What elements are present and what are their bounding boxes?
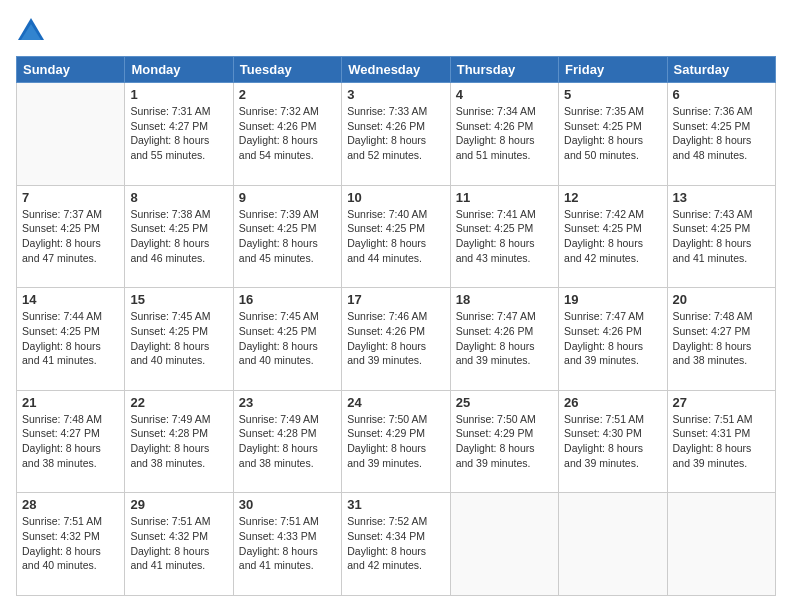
day-number: 17: [347, 292, 444, 307]
day-cell: 27Sunrise: 7:51 AMSunset: 4:31 PMDayligh…: [667, 390, 775, 493]
week-row-0: 1Sunrise: 7:31 AMSunset: 4:27 PMDaylight…: [17, 83, 776, 186]
day-header-friday: Friday: [559, 57, 667, 83]
day-cell: 13Sunrise: 7:43 AMSunset: 4:25 PMDayligh…: [667, 185, 775, 288]
day-info: Sunrise: 7:43 AMSunset: 4:25 PMDaylight:…: [673, 207, 770, 266]
day-cell: 28Sunrise: 7:51 AMSunset: 4:32 PMDayligh…: [17, 493, 125, 596]
day-info: Sunrise: 7:35 AMSunset: 4:25 PMDaylight:…: [564, 104, 661, 163]
day-cell: 26Sunrise: 7:51 AMSunset: 4:30 PMDayligh…: [559, 390, 667, 493]
day-info: Sunrise: 7:46 AMSunset: 4:26 PMDaylight:…: [347, 309, 444, 368]
day-number: 6: [673, 87, 770, 102]
day-cell: [17, 83, 125, 186]
day-info: Sunrise: 7:31 AMSunset: 4:27 PMDaylight:…: [130, 104, 227, 163]
page: SundayMondayTuesdayWednesdayThursdayFrid…: [0, 0, 792, 612]
day-info: Sunrise: 7:49 AMSunset: 4:28 PMDaylight:…: [239, 412, 336, 471]
day-cell: 1Sunrise: 7:31 AMSunset: 4:27 PMDaylight…: [125, 83, 233, 186]
day-cell: 7Sunrise: 7:37 AMSunset: 4:25 PMDaylight…: [17, 185, 125, 288]
day-number: 7: [22, 190, 119, 205]
day-number: 31: [347, 497, 444, 512]
day-cell: 22Sunrise: 7:49 AMSunset: 4:28 PMDayligh…: [125, 390, 233, 493]
day-number: 11: [456, 190, 553, 205]
day-cell: [667, 493, 775, 596]
day-number: 13: [673, 190, 770, 205]
day-cell: 21Sunrise: 7:48 AMSunset: 4:27 PMDayligh…: [17, 390, 125, 493]
day-info: Sunrise: 7:45 AMSunset: 4:25 PMDaylight:…: [130, 309, 227, 368]
day-cell: 3Sunrise: 7:33 AMSunset: 4:26 PMDaylight…: [342, 83, 450, 186]
day-info: Sunrise: 7:38 AMSunset: 4:25 PMDaylight:…: [130, 207, 227, 266]
day-cell: [450, 493, 558, 596]
day-header-saturday: Saturday: [667, 57, 775, 83]
day-number: 4: [456, 87, 553, 102]
day-info: Sunrise: 7:51 AMSunset: 4:31 PMDaylight:…: [673, 412, 770, 471]
day-number: 2: [239, 87, 336, 102]
day-number: 20: [673, 292, 770, 307]
day-number: 25: [456, 395, 553, 410]
day-number: 18: [456, 292, 553, 307]
day-info: Sunrise: 7:47 AMSunset: 4:26 PMDaylight:…: [564, 309, 661, 368]
day-number: 24: [347, 395, 444, 410]
day-info: Sunrise: 7:44 AMSunset: 4:25 PMDaylight:…: [22, 309, 119, 368]
day-number: 1: [130, 87, 227, 102]
day-info: Sunrise: 7:50 AMSunset: 4:29 PMDaylight:…: [456, 412, 553, 471]
day-cell: 9Sunrise: 7:39 AMSunset: 4:25 PMDaylight…: [233, 185, 341, 288]
day-number: 26: [564, 395, 661, 410]
day-cell: 8Sunrise: 7:38 AMSunset: 4:25 PMDaylight…: [125, 185, 233, 288]
day-number: 30: [239, 497, 336, 512]
day-info: Sunrise: 7:40 AMSunset: 4:25 PMDaylight:…: [347, 207, 444, 266]
logo: [16, 16, 48, 46]
day-cell: 18Sunrise: 7:47 AMSunset: 4:26 PMDayligh…: [450, 288, 558, 391]
day-number: 12: [564, 190, 661, 205]
day-cell: [559, 493, 667, 596]
day-number: 5: [564, 87, 661, 102]
day-info: Sunrise: 7:39 AMSunset: 4:25 PMDaylight:…: [239, 207, 336, 266]
week-row-2: 14Sunrise: 7:44 AMSunset: 4:25 PMDayligh…: [17, 288, 776, 391]
day-cell: 5Sunrise: 7:35 AMSunset: 4:25 PMDaylight…: [559, 83, 667, 186]
logo-wrapper: [16, 16, 48, 46]
day-cell: 15Sunrise: 7:45 AMSunset: 4:25 PMDayligh…: [125, 288, 233, 391]
day-cell: 23Sunrise: 7:49 AMSunset: 4:28 PMDayligh…: [233, 390, 341, 493]
week-row-1: 7Sunrise: 7:37 AMSunset: 4:25 PMDaylight…: [17, 185, 776, 288]
day-number: 14: [22, 292, 119, 307]
day-info: Sunrise: 7:32 AMSunset: 4:26 PMDaylight:…: [239, 104, 336, 163]
day-info: Sunrise: 7:51 AMSunset: 4:32 PMDaylight:…: [130, 514, 227, 573]
day-number: 19: [564, 292, 661, 307]
day-cell: 17Sunrise: 7:46 AMSunset: 4:26 PMDayligh…: [342, 288, 450, 391]
day-cell: 30Sunrise: 7:51 AMSunset: 4:33 PMDayligh…: [233, 493, 341, 596]
day-number: 23: [239, 395, 336, 410]
day-cell: 12Sunrise: 7:42 AMSunset: 4:25 PMDayligh…: [559, 185, 667, 288]
day-number: 21: [22, 395, 119, 410]
logo-icon: [16, 16, 46, 46]
day-cell: 31Sunrise: 7:52 AMSunset: 4:34 PMDayligh…: [342, 493, 450, 596]
day-info: Sunrise: 7:49 AMSunset: 4:28 PMDaylight:…: [130, 412, 227, 471]
day-number: 28: [22, 497, 119, 512]
day-number: 15: [130, 292, 227, 307]
day-info: Sunrise: 7:42 AMSunset: 4:25 PMDaylight:…: [564, 207, 661, 266]
day-cell: 11Sunrise: 7:41 AMSunset: 4:25 PMDayligh…: [450, 185, 558, 288]
day-cell: 29Sunrise: 7:51 AMSunset: 4:32 PMDayligh…: [125, 493, 233, 596]
day-info: Sunrise: 7:33 AMSunset: 4:26 PMDaylight:…: [347, 104, 444, 163]
day-cell: 14Sunrise: 7:44 AMSunset: 4:25 PMDayligh…: [17, 288, 125, 391]
day-cell: 20Sunrise: 7:48 AMSunset: 4:27 PMDayligh…: [667, 288, 775, 391]
day-number: 8: [130, 190, 227, 205]
day-info: Sunrise: 7:51 AMSunset: 4:30 PMDaylight:…: [564, 412, 661, 471]
day-number: 29: [130, 497, 227, 512]
day-cell: 6Sunrise: 7:36 AMSunset: 4:25 PMDaylight…: [667, 83, 775, 186]
day-number: 16: [239, 292, 336, 307]
day-number: 22: [130, 395, 227, 410]
day-info: Sunrise: 7:48 AMSunset: 4:27 PMDaylight:…: [22, 412, 119, 471]
day-info: Sunrise: 7:45 AMSunset: 4:25 PMDaylight:…: [239, 309, 336, 368]
day-info: Sunrise: 7:34 AMSunset: 4:26 PMDaylight:…: [456, 104, 553, 163]
day-cell: 4Sunrise: 7:34 AMSunset: 4:26 PMDaylight…: [450, 83, 558, 186]
header: [16, 16, 776, 46]
day-number: 27: [673, 395, 770, 410]
day-header-thursday: Thursday: [450, 57, 558, 83]
day-header-sunday: Sunday: [17, 57, 125, 83]
day-info: Sunrise: 7:51 AMSunset: 4:33 PMDaylight:…: [239, 514, 336, 573]
week-row-3: 21Sunrise: 7:48 AMSunset: 4:27 PMDayligh…: [17, 390, 776, 493]
day-info: Sunrise: 7:47 AMSunset: 4:26 PMDaylight:…: [456, 309, 553, 368]
day-info: Sunrise: 7:36 AMSunset: 4:25 PMDaylight:…: [673, 104, 770, 163]
day-number: 9: [239, 190, 336, 205]
day-header-monday: Monday: [125, 57, 233, 83]
day-cell: 25Sunrise: 7:50 AMSunset: 4:29 PMDayligh…: [450, 390, 558, 493]
day-number: 10: [347, 190, 444, 205]
day-info: Sunrise: 7:51 AMSunset: 4:32 PMDaylight:…: [22, 514, 119, 573]
